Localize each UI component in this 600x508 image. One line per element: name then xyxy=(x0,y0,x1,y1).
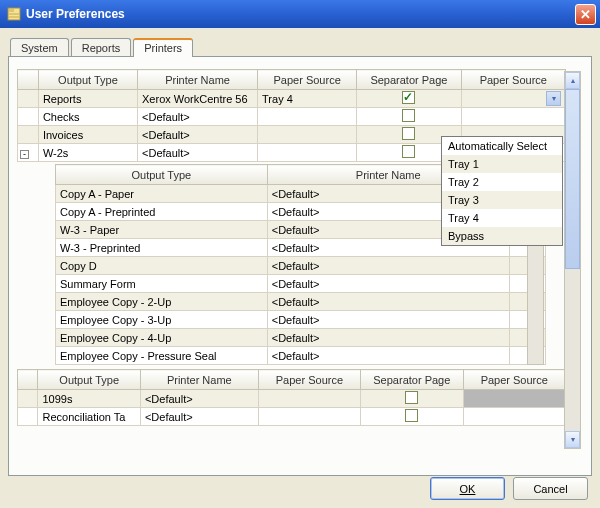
checkbox-icon[interactable] xyxy=(402,127,415,140)
cell-printer[interactable]: <Default> xyxy=(267,311,509,329)
checkbox-icon[interactable] xyxy=(405,409,418,422)
dropdown-option[interactable]: Tray 2 xyxy=(442,173,562,191)
col-output-type[interactable]: Output Type xyxy=(56,165,268,185)
cell-printer[interactable]: <Default> xyxy=(138,126,258,144)
checkbox-icon[interactable] xyxy=(405,391,418,404)
cell-output[interactable]: Copy A - Paper xyxy=(56,185,268,203)
cell-paper2[interactable] xyxy=(463,390,565,408)
cell-output[interactable]: Employee Copy - 2-Up xyxy=(56,293,268,311)
cell-output[interactable]: Summary Form xyxy=(56,275,268,293)
svg-rect-1 xyxy=(9,9,14,12)
ok-label: OK xyxy=(460,483,476,495)
col-paper-source-2[interactable]: Paper Source xyxy=(461,70,565,90)
checkbox-icon[interactable] xyxy=(402,109,415,122)
tree-cell xyxy=(18,408,38,426)
checkbox-icon[interactable] xyxy=(402,145,415,158)
col-output-type[interactable]: Output Type xyxy=(38,70,137,90)
col-printer-name[interactable]: Printer Name xyxy=(140,370,258,390)
table-row[interactable]: Employee Copy - 4-Up<Default> xyxy=(56,329,546,347)
window-title: User Preferences xyxy=(26,7,575,21)
cell-separator[interactable] xyxy=(361,390,463,408)
table-row[interactable]: Employee Copy - Pressure Seal<Default> xyxy=(56,347,546,365)
scroll-thumb[interactable] xyxy=(565,89,580,269)
paper-source-dropdown[interactable]: Automatically Select Tray 1 Tray 2 Tray … xyxy=(441,136,563,246)
cell-output[interactable]: Copy A - Preprinted xyxy=(56,203,268,221)
cell-output[interactable]: Checks xyxy=(38,108,137,126)
collapse-icon[interactable]: - xyxy=(20,150,29,159)
cell-paper[interactable] xyxy=(258,144,357,162)
cell-paper2[interactable] xyxy=(461,108,565,126)
cell-paper[interactable]: Tray 4 xyxy=(258,90,357,108)
tree-header xyxy=(18,70,39,90)
dropdown-option[interactable]: Tray 1 xyxy=(442,155,562,173)
cell-printer[interactable]: <Default> xyxy=(140,408,258,426)
tab-system[interactable]: System xyxy=(10,38,69,57)
table-row[interactable]: Reports Xerox WorkCentre 56 Tray 4 ▾ xyxy=(18,90,566,108)
tab-printers[interactable]: Printers xyxy=(133,38,193,57)
table-row[interactable]: Checks <Default> xyxy=(18,108,566,126)
cell-separator[interactable] xyxy=(357,108,461,126)
cell-paper[interactable] xyxy=(258,408,360,426)
tree-cell xyxy=(18,108,39,126)
col-paper-source-1[interactable]: Paper Source xyxy=(258,70,357,90)
col-separator-page[interactable]: Separator Page xyxy=(357,70,461,90)
cell-printer[interactable]: Xerox WorkCentre 56 xyxy=(138,90,258,108)
scroll-down-button[interactable]: ▾ xyxy=(565,431,580,448)
cell-output[interactable]: W-3 - Paper xyxy=(56,221,268,239)
cell-printer[interactable]: <Default> xyxy=(267,257,509,275)
cell-output[interactable]: Reports xyxy=(38,90,137,108)
table-row[interactable]: 1099s <Default> xyxy=(18,390,566,408)
cell-paper[interactable] xyxy=(258,390,360,408)
table-row[interactable]: Employee Copy - 3-Up<Default> xyxy=(56,311,546,329)
cell-output[interactable]: Employee Copy - 4-Up xyxy=(56,329,268,347)
cell-paper2[interactable]: ▾ xyxy=(461,90,565,108)
cell-paper[interactable] xyxy=(258,108,357,126)
table-row[interactable]: Summary Form<Default> xyxy=(56,275,546,293)
dropdown-option[interactable]: Automatically Select xyxy=(442,137,562,155)
cell-output[interactable]: Copy D xyxy=(56,257,268,275)
cell-output[interactable]: Employee Copy - 3-Up xyxy=(56,311,268,329)
cell-printer[interactable]: <Default> xyxy=(267,275,509,293)
cell-printer[interactable]: <Default> xyxy=(267,293,509,311)
dropdown-option[interactable]: Bypass xyxy=(442,227,562,245)
vertical-scrollbar[interactable]: ▴ ▾ xyxy=(564,71,581,449)
cell-output[interactable]: W-2s xyxy=(38,144,137,162)
col-output-type[interactable]: Output Type xyxy=(38,370,140,390)
cell-printer[interactable]: <Default> xyxy=(138,144,258,162)
cell-output[interactable]: Employee Copy - Pressure Seal xyxy=(56,347,268,365)
cell-paper2[interactable] xyxy=(463,408,565,426)
cell-separator[interactable] xyxy=(361,408,463,426)
table-row[interactable]: Reconciliation Ta <Default> xyxy=(18,408,566,426)
tree-cell[interactable]: - xyxy=(18,144,39,162)
top-grid-header: Output Type Printer Name Paper Source Se… xyxy=(18,70,566,90)
dropdown-button[interactable]: ▾ xyxy=(546,91,561,106)
tree-cell xyxy=(18,90,39,108)
table-row[interactable]: Copy D<Default> xyxy=(56,257,546,275)
dropdown-option[interactable]: Tray 4 xyxy=(442,209,562,227)
col-separator-page[interactable]: Separator Page xyxy=(361,370,463,390)
cell-output[interactable]: W-3 - Preprinted xyxy=(56,239,268,257)
close-button[interactable]: ✕ xyxy=(575,4,596,25)
cell-printer[interactable]: <Default> xyxy=(267,329,509,347)
ok-button[interactable]: OK xyxy=(430,477,505,500)
titlebar: User Preferences ✕ xyxy=(0,0,600,28)
cell-printer[interactable]: <Default> xyxy=(140,390,258,408)
tab-reports[interactable]: Reports xyxy=(71,38,132,57)
col-printer-name[interactable]: Printer Name xyxy=(138,70,258,90)
cell-printer[interactable]: <Default> xyxy=(138,108,258,126)
cell-output[interactable]: Reconciliation Ta xyxy=(38,408,140,426)
scroll-up-button[interactable]: ▴ xyxy=(565,72,580,89)
table-row[interactable]: Employee Copy - 2-Up<Default> xyxy=(56,293,546,311)
dropdown-option[interactable]: Tray 3 xyxy=(442,191,562,209)
cell-separator[interactable] xyxy=(357,90,461,108)
col-paper-source-1[interactable]: Paper Source xyxy=(258,370,360,390)
cell-output[interactable]: 1099s xyxy=(38,390,140,408)
cancel-button[interactable]: Cancel xyxy=(513,477,588,500)
scroll-track[interactable] xyxy=(565,89,580,431)
cell-output[interactable]: Invoices xyxy=(38,126,137,144)
col-paper-source-2[interactable]: Paper Source xyxy=(463,370,565,390)
cell-printer[interactable]: <Default> xyxy=(267,347,509,365)
checkbox-icon[interactable] xyxy=(402,91,415,104)
cell-paper[interactable] xyxy=(258,126,357,144)
tree-cell xyxy=(18,390,38,408)
